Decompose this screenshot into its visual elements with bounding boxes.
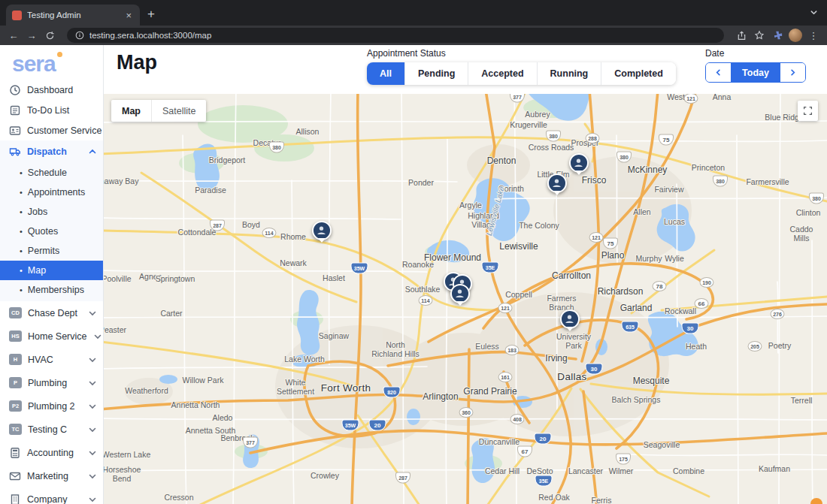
sidebar-subitem-label: Schedule	[28, 167, 67, 178]
technician-marker[interactable]	[547, 174, 567, 193]
sidebar-item-label: Accounting	[27, 448, 74, 458]
fullscreen-button[interactable]	[798, 101, 818, 121]
bullet-icon: •	[20, 188, 23, 197]
date-next-button[interactable]	[780, 63, 805, 82]
date-block: Date Today	[705, 48, 806, 83]
reload-icon[interactable]	[43, 29, 56, 42]
sidebar-subitem-label: Appointments	[28, 187, 85, 198]
browser-toolbar: ← → testing.sera.localhost:3000/map ⋮	[0, 26, 827, 45]
sidebar-item-plumbing-2[interactable]: P2Plumbing 2	[0, 394, 103, 418]
chevron-down-icon	[88, 495, 97, 504]
sidebar-item-accounting[interactable]: Accounting	[0, 441, 103, 464]
appointment-status-label: Appointment Status	[367, 48, 676, 59]
sidebar-item-to-do-list[interactable]: To-Do List	[0, 100, 103, 120]
status-filter-all[interactable]: All	[367, 62, 405, 85]
sidebar-item-label: Plumbing 2	[28, 401, 75, 412]
sidebar-item-hvac[interactable]: HHVAC	[0, 348, 103, 371]
sidebar-item-home-service[interactable]: HSHome Service	[0, 324, 103, 348]
main-content: Map Appointment Status AllPendingAccepte…	[104, 45, 827, 504]
sidebar-nav: DashboardTo-Do ListCustomer ServiceDispa…	[0, 80, 103, 504]
page-header: Map Appointment Status AllPendingAccepte…	[104, 45, 827, 94]
sidebar: sera DashboardTo-Do ListCustomer Service…	[0, 45, 104, 504]
sidebar-subitem-memberships[interactable]: •Memberships	[0, 280, 103, 300]
dispatch-group: Dispatch•Schedule•Appointments•Jobs•Quot…	[0, 140, 103, 301]
date-control: Today	[705, 62, 806, 83]
technician-marker[interactable]	[560, 309, 580, 329]
sidebar-item-testing-c[interactable]: TCTesting C	[0, 418, 103, 441]
sidebar-item-label: Plumbing	[28, 378, 67, 388]
sera-logo[interactable]: sera	[0, 45, 103, 80]
bullet-icon: •	[20, 168, 23, 177]
address-bar[interactable]: testing.sera.localhost:3000/map	[67, 28, 724, 43]
chevron-right-icon	[789, 68, 797, 77]
page-title: Map	[117, 51, 157, 74]
chevron-down-icon	[88, 402, 97, 411]
sidebar-item-company[interactable]: Company	[0, 487, 103, 504]
sidebar-subitem-schedule[interactable]: •Schedule	[0, 163, 103, 183]
calculator-icon	[9, 447, 21, 459]
plumbing-2-badge: P2	[9, 400, 22, 412]
browser-tab[interactable]: Testing Admin ×	[6, 5, 140, 26]
bookmark-star-icon[interactable]	[753, 29, 766, 42]
forward-icon[interactable]: →	[25, 29, 38, 42]
dashboard-icon	[9, 84, 21, 96]
chevron-down-icon	[88, 448, 97, 457]
status-filter-group: AllPendingAcceptedRunningCompleted	[367, 62, 676, 85]
new-tab-button[interactable]: +	[147, 7, 155, 22]
chase-dept-badge: CD	[9, 307, 22, 318]
status-filter-pending[interactable]: Pending	[405, 62, 468, 85]
sidebar-item-chase-dept[interactable]: CDChase Dept	[0, 301, 103, 324]
status-filter-running[interactable]: Running	[538, 62, 602, 85]
chevron-down-icon	[88, 472, 97, 481]
truck-icon	[9, 146, 21, 158]
sidebar-subitem-map[interactable]: •Map	[0, 261, 103, 280]
status-filter-accepted[interactable]: Accepted	[468, 62, 537, 85]
fullscreen-icon	[803, 106, 813, 116]
sidebar-subitem-appointments[interactable]: •Appointments	[0, 183, 103, 202]
sidebar-subitem-quotes[interactable]: •Quotes	[0, 222, 103, 241]
sidebar-item-label: Dashboard	[27, 85, 73, 95]
home-service-badge: HS	[9, 330, 22, 342]
sidebar-item-dashboard[interactable]: Dashboard	[0, 80, 103, 100]
sidebar-item-label: Dispatch	[27, 146, 82, 157]
sidebar-subitem-label: Quotes	[28, 226, 58, 237]
sidebar-item-label: Home Service	[28, 331, 87, 342]
technician-marker[interactable]	[569, 153, 589, 173]
map-canvas[interactable]: WestonAnnaBlue RidgeAubreyKrugervillePro…	[104, 94, 827, 504]
sidebar-item-label: Marketing	[27, 471, 68, 481]
chevron-up-icon	[88, 147, 97, 156]
chevron-down-icon	[88, 309, 97, 318]
logo-orange-dot	[57, 52, 62, 57]
chevron-down-icon	[93, 332, 102, 341]
profile-avatar[interactable]	[789, 29, 802, 42]
sidebar-subitem-jobs[interactable]: •Jobs	[0, 202, 103, 222]
tab-close-icon[interactable]: ×	[123, 10, 134, 21]
status-filter-completed[interactable]: Completed	[601, 62, 676, 85]
site-info-icon[interactable]	[75, 31, 84, 40]
technician-marker[interactable]	[450, 284, 470, 303]
chevron-down-icon	[88, 379, 97, 388]
sidebar-item-marketing[interactable]: Marketing	[0, 464, 103, 487]
today-button[interactable]: Today	[731, 63, 780, 82]
date-prev-button[interactable]	[706, 63, 731, 82]
sidebar-subitem-permits[interactable]: •Permits	[0, 241, 103, 261]
extensions-puzzle-icon[interactable]	[771, 29, 784, 42]
bullet-icon: •	[20, 246, 23, 255]
browser-menu-kebab-icon[interactable]: ⋮	[807, 29, 820, 42]
sidebar-subitem-label: Map	[28, 265, 46, 276]
tab-search-chevron-icon[interactable]	[810, 6, 818, 20]
technician-marker[interactable]	[312, 221, 332, 240]
sidebar-item-label: Customer Service	[27, 125, 101, 136]
sidebar-item-plumbing[interactable]: PPlumbing	[0, 371, 103, 394]
sidebar-item-label: Company	[27, 494, 68, 504]
sidebar-item-dispatch[interactable]: Dispatch	[0, 140, 103, 163]
share-icon[interactable]	[735, 29, 748, 42]
browser-tabstrip: Testing Admin × +	[0, 0, 827, 26]
bullet-icon: •	[20, 285, 23, 294]
back-icon[interactable]: ←	[7, 29, 20, 42]
chevron-left-icon	[714, 68, 722, 77]
sidebar-item-customer-service[interactable]: Customer Service	[0, 120, 103, 140]
map-type-map[interactable]: Map	[111, 100, 151, 122]
chevron-down-icon	[88, 425, 97, 434]
map-type-satellite[interactable]: Satellite	[151, 100, 206, 122]
